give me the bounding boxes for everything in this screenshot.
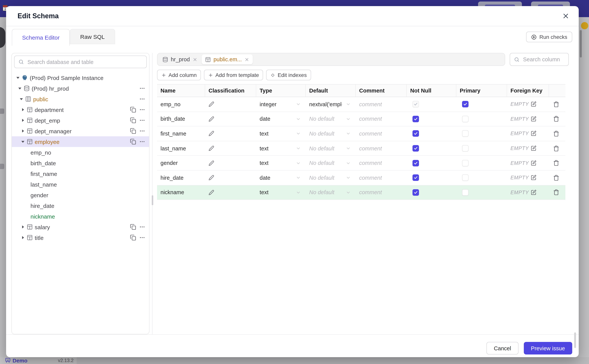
comment-input[interactable]: comment bbox=[359, 189, 382, 195]
caret-right-icon[interactable] bbox=[20, 130, 25, 132]
column-name[interactable]: gender bbox=[161, 160, 178, 166]
close-icon[interactable] bbox=[562, 12, 569, 20]
not-null-checkbox[interactable] bbox=[413, 175, 419, 181]
primary-checkbox[interactable] bbox=[462, 145, 469, 151]
tree-item-emp_no[interactable]: emp_no bbox=[12, 147, 149, 158]
copy-icon[interactable] bbox=[130, 224, 136, 230]
primary-checkbox[interactable] bbox=[462, 101, 469, 108]
more-icon[interactable] bbox=[139, 224, 145, 230]
pencil-icon[interactable] bbox=[208, 131, 214, 136]
more-icon[interactable] bbox=[139, 85, 145, 91]
default-select[interactable]: No default bbox=[309, 175, 350, 181]
edit-icon[interactable] bbox=[531, 101, 536, 107]
more-icon[interactable] bbox=[139, 107, 145, 113]
edit-indexes-button[interactable]: Edit indexes bbox=[266, 70, 311, 80]
type-select[interactable]: text bbox=[260, 160, 301, 166]
type-select[interactable]: date bbox=[260, 116, 301, 122]
trash-icon[interactable] bbox=[553, 116, 559, 122]
caret-right-icon[interactable] bbox=[20, 236, 25, 239]
more-icon[interactable] bbox=[139, 234, 145, 241]
add-column-button[interactable]: Add column bbox=[157, 70, 201, 80]
type-select[interactable]: text bbox=[260, 189, 301, 195]
tree-item-dept_emp[interactable]: dept_emp bbox=[12, 115, 149, 126]
run-checks-button[interactable]: Run checks bbox=[526, 32, 572, 42]
tree-item-first_name[interactable]: first_name bbox=[12, 168, 149, 179]
tree-item-salary[interactable]: salary bbox=[12, 221, 149, 232]
editor-tab-public-em-[interactable]: public.em... bbox=[202, 54, 253, 64]
type-select[interactable]: text bbox=[260, 130, 301, 137]
page-scrollbar[interactable] bbox=[580, 30, 582, 58]
copy-icon[interactable] bbox=[130, 234, 136, 241]
more-icon[interactable] bbox=[139, 96, 145, 102]
tree-item-gender[interactable]: gender bbox=[12, 190, 149, 200]
primary-checkbox[interactable] bbox=[462, 189, 469, 196]
tree-item--prod-hr_prod[interactable]: (Prod) hr_prod bbox=[12, 83, 149, 94]
comment-input[interactable]: comment bbox=[359, 160, 382, 166]
column-name[interactable]: last_name bbox=[161, 145, 186, 151]
column-name[interactable]: first_name bbox=[161, 130, 186, 137]
tab-raw-sql[interactable]: Raw SQL bbox=[70, 29, 115, 44]
edit-icon[interactable] bbox=[531, 175, 536, 181]
dialog-scrollbar[interactable] bbox=[574, 332, 576, 348]
not-null-checkbox[interactable] bbox=[413, 130, 419, 137]
pencil-icon[interactable] bbox=[208, 101, 214, 107]
type-select[interactable]: date bbox=[260, 175, 301, 181]
close-icon[interactable] bbox=[244, 57, 249, 62]
more-icon[interactable] bbox=[139, 139, 145, 145]
trash-icon[interactable] bbox=[553, 175, 559, 181]
comment-input[interactable]: comment bbox=[359, 175, 382, 181]
panel-resizer[interactable] bbox=[149, 53, 157, 334]
close-icon[interactable] bbox=[193, 57, 197, 62]
column-name[interactable]: nickname bbox=[161, 189, 184, 195]
more-icon[interactable] bbox=[139, 128, 145, 134]
demo-label[interactable]: Demo bbox=[13, 358, 27, 364]
pencil-icon[interactable] bbox=[208, 145, 214, 151]
pencil-icon[interactable] bbox=[208, 116, 214, 122]
not-null-checkbox[interactable] bbox=[413, 145, 419, 151]
comment-input[interactable]: comment bbox=[359, 145, 382, 151]
trash-icon[interactable] bbox=[553, 160, 559, 166]
editor-tab-hr_prod[interactable]: hr_prod bbox=[159, 54, 201, 64]
trash-icon[interactable] bbox=[553, 189, 559, 195]
edit-icon[interactable] bbox=[531, 160, 536, 166]
pencil-icon[interactable] bbox=[208, 190, 214, 195]
preview-issue-button[interactable]: Preview issue bbox=[524, 342, 572, 354]
tab-schema-editor[interactable]: Schema Editor bbox=[12, 29, 70, 46]
column-search-input[interactable] bbox=[522, 56, 565, 63]
default-select[interactable]: nextval('employ bbox=[309, 101, 350, 107]
column-name[interactable]: emp_no bbox=[161, 101, 181, 107]
tree-item-hire_date[interactable]: hire_date bbox=[12, 200, 149, 211]
trash-icon[interactable] bbox=[553, 145, 559, 151]
comment-input[interactable]: comment bbox=[359, 116, 382, 122]
default-select[interactable]: No default bbox=[309, 145, 350, 151]
more-icon[interactable] bbox=[139, 117, 145, 123]
edit-icon[interactable] bbox=[531, 131, 536, 136]
edit-icon[interactable] bbox=[531, 145, 536, 151]
database-search-input[interactable] bbox=[27, 58, 143, 65]
user-avatar[interactable] bbox=[581, 22, 588, 29]
primary-checkbox[interactable] bbox=[462, 116, 469, 122]
default-select[interactable]: No default bbox=[309, 130, 350, 137]
caret-down-icon[interactable] bbox=[18, 87, 22, 89]
tree-item-last_name[interactable]: last_name bbox=[12, 179, 149, 190]
cancel-button[interactable]: Cancel bbox=[487, 342, 518, 354]
caret-down-icon[interactable] bbox=[19, 98, 24, 100]
tree-item-birth_date[interactable]: birth_date bbox=[12, 158, 149, 168]
type-select[interactable]: integer bbox=[260, 101, 301, 107]
comment-input[interactable]: comment bbox=[359, 101, 382, 107]
copy-icon[interactable] bbox=[130, 139, 136, 145]
column-name[interactable]: hire_date bbox=[161, 175, 184, 181]
trash-icon[interactable] bbox=[553, 130, 559, 137]
type-select[interactable]: text bbox=[260, 145, 301, 151]
not-null-checkbox[interactable] bbox=[413, 160, 419, 166]
tree-item-title[interactable]: title bbox=[12, 232, 149, 243]
caret-right-icon[interactable] bbox=[20, 225, 25, 228]
trash-icon[interactable] bbox=[553, 101, 559, 107]
caret-down-icon[interactable] bbox=[16, 77, 20, 79]
primary-checkbox[interactable] bbox=[462, 175, 469, 181]
column-name[interactable]: birth_date bbox=[161, 116, 185, 122]
tree-item-dept_manager[interactable]: dept_manager bbox=[12, 126, 149, 136]
primary-checkbox[interactable] bbox=[462, 130, 469, 137]
pencil-icon[interactable] bbox=[208, 160, 214, 166]
edit-icon[interactable] bbox=[531, 190, 536, 195]
